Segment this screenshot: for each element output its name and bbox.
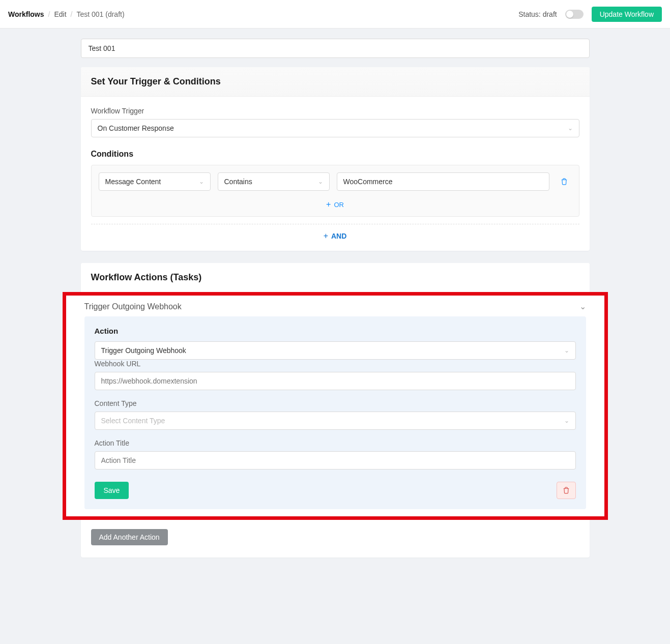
- trash-icon: [561, 178, 568, 185]
- content-type-placeholder: Select Content Type: [101, 417, 165, 425]
- delete-action-button[interactable]: [557, 482, 576, 499]
- breadcrumb-root[interactable]: Workflows: [8, 10, 44, 18]
- chevron-down-icon: ⌄: [564, 347, 569, 354]
- action-title-input[interactable]: [95, 451, 576, 470]
- highlighted-action-panel: Trigger Outgoing Webhook ⌄ Action Trigge…: [63, 292, 608, 520]
- chevron-down-icon: ⌄: [564, 417, 569, 424]
- status-toggle[interactable]: [565, 10, 584, 19]
- main-content: Set Your Trigger & Conditions Workflow T…: [81, 28, 590, 578]
- and-label: AND: [331, 232, 346, 240]
- action-footer: Save: [95, 482, 576, 499]
- condition-group: Message Content ⌄ Contains ⌄ + OR: [91, 165, 579, 217]
- workflow-trigger-value: On Customer Response: [98, 124, 174, 132]
- condition-value-input[interactable]: [337, 172, 549, 191]
- breadcrumb-edit[interactable]: Edit: [54, 10, 66, 18]
- condition-field-select[interactable]: Message Content ⌄: [99, 172, 211, 191]
- chevron-down-icon: ⌄: [199, 178, 204, 185]
- or-label: OR: [334, 201, 344, 209]
- add-or-condition-button[interactable]: + OR: [99, 200, 572, 209]
- action-panel-header[interactable]: Trigger Outgoing Webhook ⌄: [84, 296, 586, 316]
- breadcrumb-separator: /: [71, 10, 73, 18]
- plus-icon: +: [326, 200, 331, 209]
- actions-card: Workflow Actions (Tasks) Trigger Outgoin…: [81, 263, 590, 558]
- webhook-url-label: Webhook URL: [95, 360, 576, 368]
- conditions-title: Conditions: [91, 150, 579, 159]
- action-panel-body: Action Trigger Outgoing Webhook ⌄ Webhoo…: [84, 316, 586, 509]
- content-type-label: Content Type: [95, 399, 576, 407]
- top-bar: Workflows / Edit / Test 001 (draft) Stat…: [0, 0, 670, 28]
- plus-icon: +: [324, 231, 328, 241]
- action-title-label: Action Title: [95, 439, 576, 447]
- workflow-name-input[interactable]: [81, 39, 590, 58]
- trash-icon: [563, 487, 570, 494]
- delete-condition-button[interactable]: [557, 178, 572, 185]
- content-type-select[interactable]: Select Content Type ⌄: [95, 412, 576, 430]
- header-actions: Status: draft Update Workflow: [518, 7, 662, 22]
- save-action-button[interactable]: Save: [95, 482, 129, 499]
- breadcrumb: Workflows / Edit / Test 001 (draft): [8, 10, 125, 18]
- chevron-down-icon[interactable]: ⌄: [579, 302, 586, 311]
- trigger-card-title: Set Your Trigger & Conditions: [81, 67, 590, 97]
- action-type-select[interactable]: Trigger Outgoing Webhook ⌄: [95, 341, 576, 360]
- condition-operator-value: Contains: [224, 178, 252, 186]
- status-label: Status: draft: [518, 10, 557, 18]
- update-workflow-button[interactable]: Update Workflow: [592, 7, 662, 22]
- add-another-action-button[interactable]: Add Another Action: [91, 529, 168, 545]
- action-panel-title: Trigger Outgoing Webhook: [84, 302, 182, 311]
- actions-card-footer: Add Another Action: [81, 520, 590, 558]
- chevron-down-icon: ⌄: [318, 178, 323, 185]
- chevron-down-icon: ⌄: [568, 125, 573, 132]
- condition-field-value: Message Content: [105, 178, 161, 186]
- breadcrumb-separator: /: [48, 10, 50, 18]
- action-type-value: Trigger Outgoing Webhook: [101, 346, 186, 355]
- workflow-trigger-label: Workflow Trigger: [91, 107, 579, 115]
- webhook-url-input[interactable]: [95, 372, 576, 390]
- trigger-card: Set Your Trigger & Conditions Workflow T…: [81, 67, 590, 251]
- actions-card-title: Workflow Actions (Tasks): [81, 263, 590, 292]
- workflow-trigger-select[interactable]: On Customer Response ⌄: [91, 119, 579, 137]
- condition-row: Message Content ⌄ Contains ⌄: [99, 172, 572, 191]
- add-and-condition-button[interactable]: + AND: [91, 224, 579, 241]
- condition-operator-select[interactable]: Contains ⌄: [218, 172, 330, 191]
- breadcrumb-current: Test 001 (draft): [76, 10, 124, 18]
- action-heading: Action: [95, 327, 576, 335]
